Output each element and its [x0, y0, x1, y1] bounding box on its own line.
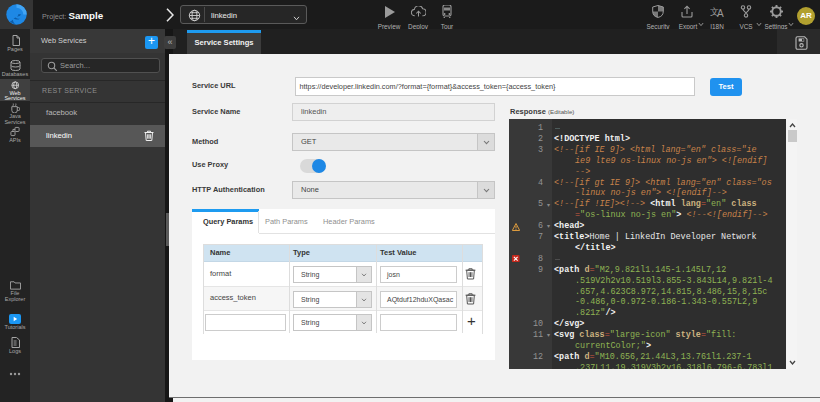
svg-text:A: A [717, 8, 724, 18]
